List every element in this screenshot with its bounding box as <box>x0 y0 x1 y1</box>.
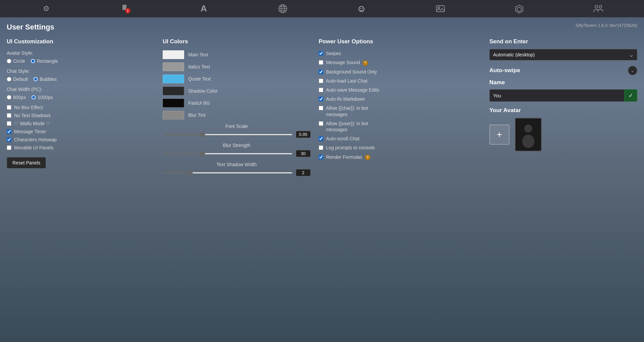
width-1000-label: 1000px <box>38 95 53 100</box>
ui-colors-section: UI Colors Main Text Italics Text Quote T… <box>163 38 311 181</box>
auto-scroll-checkbox[interactable]: Auto-scroll Chat <box>319 136 481 142</box>
chat-bubbles-radio[interactable] <box>33 77 38 82</box>
blur-tint-swatch[interactable] <box>163 111 184 119</box>
page-title: User Settings <box>7 23 54 32</box>
text-shadow-slider[interactable] <box>163 172 292 174</box>
allow-char-bot-input[interactable] <box>319 106 323 110</box>
name-confirm-button[interactable]: ✓ <box>624 89 637 102</box>
swipes-checkbox[interactable]: Swipes <box>319 50 481 56</box>
message-sound-checkbox[interactable]: Message Sound ? <box>319 59 481 66</box>
chat-width-group: 800px 1000px <box>7 95 155 100</box>
waifu-mode-input[interactable] <box>7 121 11 126</box>
smiley-icon[interactable]: ☺ <box>354 2 370 15</box>
font-scale-section: Font Scale 0.95 Blur Strength 30 Text Sh… <box>163 124 311 176</box>
main-text-swatch[interactable] <box>163 50 184 59</box>
auto-save-edits-label: Auto-save Message Edits <box>326 87 379 93</box>
font-icon[interactable]: A <box>196 2 212 15</box>
message-timer-input[interactable] <box>7 129 11 134</box>
avatar-circle-option[interactable]: Circle <box>7 58 25 64</box>
ui-customization-title: UI Customization <box>7 38 155 45</box>
chat-default-radio[interactable] <box>7 77 11 82</box>
globe-icon[interactable] <box>275 2 291 15</box>
auto-load-chat-input[interactable] <box>319 79 323 83</box>
fastui-bg-swatch[interactable] <box>163 99 184 107</box>
blur-tint-label: Blur Tint <box>188 112 205 118</box>
avatar-style-label: Avatar Style: <box>7 50 155 56</box>
italics-text-swatch[interactable] <box>163 62 184 71</box>
width-800-radio[interactable] <box>7 95 11 100</box>
avatar-add-button[interactable]: + <box>489 125 509 145</box>
text-shadow-value: 2 <box>296 169 311 176</box>
auto-scroll-input[interactable] <box>319 136 323 141</box>
log-prompts-checkbox[interactable]: Log prompts to console <box>319 145 481 151</box>
sliders-icon[interactable]: ⚙ <box>38 2 54 15</box>
allow-user-bot-checkbox[interactable]: Allow {{user}}: in botmessages <box>319 120 481 133</box>
no-text-shadows-input[interactable] <box>7 113 11 118</box>
auto-fix-md-input[interactable] <box>319 97 323 101</box>
auto-save-edits-input[interactable] <box>319 88 323 92</box>
auto-load-chat-checkbox[interactable]: Auto-load Last Chat <box>319 78 481 84</box>
blur-tint-row: Blur Tint <box>163 111 311 119</box>
waifu-mode-label: ♡ Waifu Mode ♡ <box>14 121 50 126</box>
avatar-rectangle-label: Rectangle <box>37 58 58 64</box>
avatar-circle-label: Circle <box>13 58 25 64</box>
characters-hotswap-input[interactable] <box>7 137 11 142</box>
render-formulas-input[interactable] <box>319 155 323 159</box>
chat-bubbles-option[interactable]: Bubbles <box>33 77 57 82</box>
characters-hotswap-checkbox[interactable]: Characters Hotswap <box>7 137 155 142</box>
send-on-enter-select[interactable]: Automatic (desktop) Always Never <box>489 49 637 60</box>
waifu-mode-checkbox[interactable]: ♡ Waifu Mode ♡ <box>7 121 155 126</box>
name-input-row: ✓ <box>489 89 637 102</box>
message-sound-input[interactable] <box>319 60 323 65</box>
allow-char-bot-checkbox[interactable]: Allow {{char}}: in botmessages <box>319 105 481 117</box>
quote-text-swatch[interactable] <box>163 75 184 83</box>
width-800-option[interactable]: 800px <box>7 95 26 100</box>
avatar-section: Your Avatar + <box>489 107 637 151</box>
auto-fix-md-checkbox[interactable]: Auto-fix Markdown <box>319 96 481 102</box>
svg-point-13 <box>599 5 602 8</box>
auto-swipe-chevron-button[interactable]: ⌄ <box>628 66 637 75</box>
name-input[interactable] <box>489 89 624 102</box>
shadow-color-label: Shadow Color <box>188 88 218 94</box>
avatar-rectangle-radio[interactable] <box>31 59 35 63</box>
avatar-circle-radio[interactable] <box>7 59 11 63</box>
message-timer-checkbox[interactable]: Message Timer <box>7 129 155 134</box>
allow-user-bot-input[interactable] <box>319 121 323 126</box>
no-text-shadows-checkbox[interactable]: No Text Shadows <box>7 113 155 118</box>
shadow-color-swatch[interactable] <box>163 87 184 95</box>
log-prompts-input[interactable] <box>319 145 323 150</box>
chat-width-label: Chat Width (PC): <box>7 87 155 92</box>
no-blur-input[interactable] <box>7 105 11 110</box>
reset-panels-button[interactable]: Reset Panels <box>7 157 46 168</box>
width-1000-option[interactable]: 1000px <box>31 95 53 100</box>
render-formulas-checkbox[interactable]: Render Formulas ? <box>319 154 481 160</box>
width-1000-radio[interactable] <box>31 95 36 100</box>
message-sound-help: ? <box>363 60 368 66</box>
bg-sound-only-checkbox[interactable]: Background Sound Only <box>319 69 481 75</box>
svg-point-12 <box>595 5 598 8</box>
chat-default-option[interactable]: Default <box>7 77 28 82</box>
bg-sound-only-input[interactable] <box>319 69 323 74</box>
movable-panels-input[interactable] <box>7 145 11 150</box>
no-blur-checkbox[interactable]: No Blur Effect <box>7 105 155 110</box>
auto-save-edits-checkbox[interactable]: Auto-save Message Edits <box>319 87 481 93</box>
chat-default-label: Default <box>13 77 28 82</box>
allow-char-bot-label: Allow {{char}}: in botmessages <box>326 105 368 117</box>
warning-icon[interactable]: ! <box>117 2 133 15</box>
avatar-image[interactable] <box>515 118 542 151</box>
no-blur-label: No Blur Effect <box>14 105 43 110</box>
swipes-input[interactable] <box>319 51 323 56</box>
image-icon[interactable] <box>432 2 448 15</box>
text-shadow-label: Text Shadow Width <box>163 162 311 167</box>
swipes-label: Swipes <box>326 50 341 56</box>
users-icon[interactable] <box>590 2 606 15</box>
version-text: SillyTavern 1.6.0 'dev'(4725b2b) <box>576 23 637 28</box>
quote-text-row: Quote Text <box>163 75 311 83</box>
font-scale-slider[interactable] <box>163 134 292 135</box>
avatar-rectangle-option[interactable]: Rectangle <box>31 58 58 64</box>
movable-panels-checkbox[interactable]: Movable UI Panels <box>7 145 155 150</box>
italics-text-row: Italics Text <box>163 62 311 71</box>
chat-bubbles-label: Bubbles <box>40 77 57 82</box>
extensions-icon[interactable] <box>511 2 527 15</box>
blur-strength-slider[interactable] <box>163 153 292 154</box>
